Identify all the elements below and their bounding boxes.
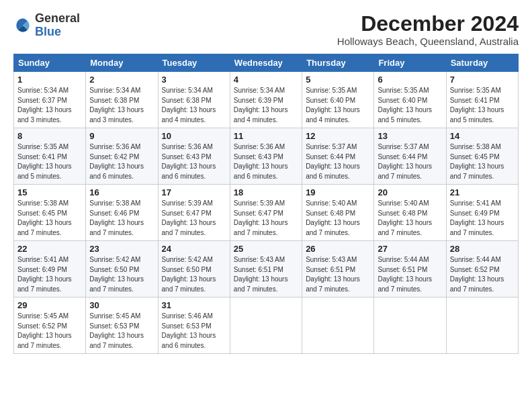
calendar-cell: [230, 298, 302, 354]
calendar-cell: [374, 298, 446, 354]
calendar-week-row: 22 Sunrise: 5:41 AMSunset: 6:49 PMDaylig…: [14, 241, 519, 298]
calendar-cell: 14 Sunrise: 5:38 AMSunset: 6:45 PMDaylig…: [446, 128, 518, 185]
day-number: 12: [306, 131, 370, 141]
calendar-cell: 21 Sunrise: 5:41 AMSunset: 6:49 PMDaylig…: [446, 185, 518, 241]
calendar-cell: 2 Sunrise: 5:34 AMSunset: 6:38 PMDayligh…: [86, 72, 158, 128]
day-number: 20: [378, 187, 442, 197]
day-info: Sunrise: 5:34 AMSunset: 6:38 PMDaylight:…: [89, 87, 144, 124]
calendar-table: SundayMondayTuesdayWednesdayThursdayFrid…: [13, 54, 519, 354]
weekday-header-monday: Monday: [86, 54, 158, 72]
day-number: 28: [450, 244, 515, 254]
day-number: 1: [17, 75, 82, 85]
day-number: 6: [378, 75, 442, 85]
day-number: 7: [450, 75, 515, 85]
calendar-cell: 31 Sunrise: 5:46 AMSunset: 6:53 PMDaylig…: [158, 298, 230, 354]
day-number: 11: [234, 131, 298, 141]
logo-icon: [13, 16, 32, 35]
day-number: 29: [17, 300, 82, 310]
day-info: Sunrise: 5:44 AMSunset: 6:51 PMDaylight:…: [378, 256, 432, 293]
day-info: Sunrise: 5:36 AMSunset: 6:43 PMDaylight:…: [234, 143, 288, 180]
day-info: Sunrise: 5:44 AMSunset: 6:52 PMDaylight:…: [450, 256, 504, 293]
calendar-cell: 15 Sunrise: 5:38 AMSunset: 6:45 PMDaylig…: [14, 185, 86, 241]
calendar-cell: 1 Sunrise: 5:34 AMSunset: 6:37 PMDayligh…: [14, 72, 86, 128]
calendar-week-row: 8 Sunrise: 5:35 AMSunset: 6:41 PMDayligh…: [14, 128, 519, 185]
calendar-cell: 6 Sunrise: 5:35 AMSunset: 6:40 PMDayligh…: [374, 72, 446, 128]
day-info: Sunrise: 5:36 AMSunset: 6:43 PMDaylight:…: [162, 143, 216, 180]
day-number: 8: [17, 131, 82, 141]
day-info: Sunrise: 5:41 AMSunset: 6:49 PMDaylight:…: [17, 256, 72, 293]
calendar-cell: 10 Sunrise: 5:36 AMSunset: 6:43 PMDaylig…: [158, 128, 230, 185]
day-number: 3: [162, 75, 226, 85]
logo-text: General Blue: [35, 12, 80, 39]
calendar-cell: 26 Sunrise: 5:43 AMSunset: 6:51 PMDaylig…: [302, 241, 374, 298]
weekday-header-friday: Friday: [374, 54, 446, 72]
logo: General Blue: [13, 12, 80, 39]
day-number: 18: [234, 187, 298, 197]
weekday-header-sunday: Sunday: [14, 54, 86, 72]
calendar-cell: [302, 298, 374, 354]
calendar-cell: 20 Sunrise: 5:40 AMSunset: 6:48 PMDaylig…: [374, 185, 446, 241]
calendar-cell: 17 Sunrise: 5:39 AMSunset: 6:47 PMDaylig…: [158, 185, 230, 241]
calendar-cell: 9 Sunrise: 5:36 AMSunset: 6:42 PMDayligh…: [86, 128, 158, 185]
day-info: Sunrise: 5:38 AMSunset: 6:46 PMDaylight:…: [89, 199, 144, 236]
day-number: 16: [89, 187, 154, 197]
calendar-cell: 7 Sunrise: 5:35 AMSunset: 6:41 PMDayligh…: [446, 72, 518, 128]
day-info: Sunrise: 5:36 AMSunset: 6:42 PMDaylight:…: [89, 143, 144, 180]
day-info: Sunrise: 5:41 AMSunset: 6:49 PMDaylight:…: [450, 199, 504, 236]
day-info: Sunrise: 5:42 AMSunset: 6:50 PMDaylight:…: [162, 256, 216, 293]
title-block: December 2024 Holloways Beach, Queenslan…: [337, 12, 519, 47]
weekday-header-wednesday: Wednesday: [230, 54, 302, 72]
day-number: 13: [378, 131, 442, 141]
calendar-cell: 23 Sunrise: 5:42 AMSunset: 6:50 PMDaylig…: [86, 241, 158, 298]
day-number: 10: [162, 131, 226, 141]
day-number: 30: [89, 300, 154, 310]
day-info: Sunrise: 5:40 AMSunset: 6:48 PMDaylight:…: [378, 199, 432, 236]
calendar-cell: 27 Sunrise: 5:44 AMSunset: 6:51 PMDaylig…: [374, 241, 446, 298]
calendar-cell: 30 Sunrise: 5:45 AMSunset: 6:53 PMDaylig…: [86, 298, 158, 354]
day-info: Sunrise: 5:39 AMSunset: 6:47 PMDaylight:…: [162, 199, 216, 236]
day-number: 23: [89, 244, 154, 254]
day-number: 24: [162, 244, 226, 254]
day-number: 4: [234, 75, 298, 85]
calendar-cell: 25 Sunrise: 5:43 AMSunset: 6:51 PMDaylig…: [230, 241, 302, 298]
day-info: Sunrise: 5:38 AMSunset: 6:45 PMDaylight:…: [450, 143, 504, 180]
day-number: 5: [306, 75, 370, 85]
calendar-cell: 19 Sunrise: 5:40 AMSunset: 6:48 PMDaylig…: [302, 185, 374, 241]
day-number: 31: [162, 300, 226, 310]
day-number: 19: [306, 187, 370, 197]
calendar-cell: 13 Sunrise: 5:37 AMSunset: 6:44 PMDaylig…: [374, 128, 446, 185]
day-number: 9: [89, 131, 154, 141]
calendar-cell: 29 Sunrise: 5:45 AMSunset: 6:52 PMDaylig…: [14, 298, 86, 354]
calendar-cell: 12 Sunrise: 5:37 AMSunset: 6:44 PMDaylig…: [302, 128, 374, 185]
weekday-header-saturday: Saturday: [446, 54, 518, 72]
day-number: 22: [17, 244, 82, 254]
day-info: Sunrise: 5:40 AMSunset: 6:48 PMDaylight:…: [306, 199, 360, 236]
day-number: 17: [162, 187, 226, 197]
day-number: 21: [450, 187, 515, 197]
calendar-cell: 18 Sunrise: 5:39 AMSunset: 6:47 PMDaylig…: [230, 185, 302, 241]
calendar-cell: 5 Sunrise: 5:35 AMSunset: 6:40 PMDayligh…: [302, 72, 374, 128]
day-info: Sunrise: 5:39 AMSunset: 6:47 PMDaylight:…: [234, 199, 288, 236]
calendar-cell: 8 Sunrise: 5:35 AMSunset: 6:41 PMDayligh…: [14, 128, 86, 185]
day-info: Sunrise: 5:46 AMSunset: 6:53 PMDaylight:…: [162, 312, 216, 349]
calendar-cell: 3 Sunrise: 5:34 AMSunset: 6:38 PMDayligh…: [158, 72, 230, 128]
day-number: 26: [306, 244, 370, 254]
day-info: Sunrise: 5:43 AMSunset: 6:51 PMDaylight:…: [306, 256, 360, 293]
day-info: Sunrise: 5:43 AMSunset: 6:51 PMDaylight:…: [234, 256, 288, 293]
day-info: Sunrise: 5:35 AMSunset: 6:40 PMDaylight:…: [378, 87, 432, 124]
day-number: 15: [17, 187, 82, 197]
weekday-header-row: SundayMondayTuesdayWednesdayThursdayFrid…: [14, 54, 519, 72]
page-header: General Blue December 2024 Holloways Bea…: [13, 12, 519, 47]
calendar-week-row: 1 Sunrise: 5:34 AMSunset: 6:37 PMDayligh…: [14, 72, 519, 128]
weekday-header-tuesday: Tuesday: [158, 54, 230, 72]
day-number: 14: [450, 131, 515, 141]
calendar-cell: [446, 298, 518, 354]
calendar-week-row: 29 Sunrise: 5:45 AMSunset: 6:52 PMDaylig…: [14, 298, 519, 354]
day-number: 2: [89, 75, 154, 85]
month-title: December 2024: [337, 12, 519, 36]
day-info: Sunrise: 5:34 AMSunset: 6:38 PMDaylight:…: [162, 87, 216, 124]
day-number: 27: [378, 244, 442, 254]
weekday-header-thursday: Thursday: [302, 54, 374, 72]
day-info: Sunrise: 5:37 AMSunset: 6:44 PMDaylight:…: [306, 143, 360, 180]
day-info: Sunrise: 5:38 AMSunset: 6:45 PMDaylight:…: [17, 199, 72, 236]
